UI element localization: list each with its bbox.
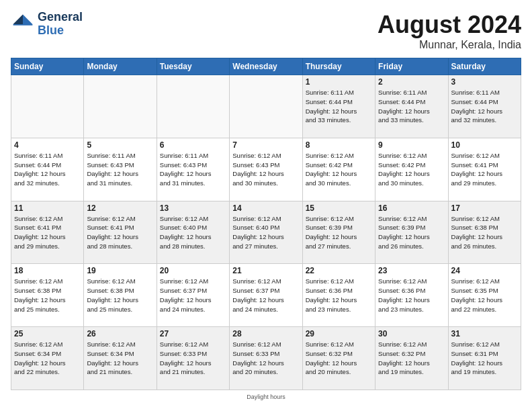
day-info: Sunrise: 6:12 AM Sunset: 6:39 PM Dayligh… [378, 214, 445, 251]
day-number: 8 [306, 140, 372, 150]
day-info: Sunrise: 6:12 AM Sunset: 6:31 PM Dayligh… [451, 340, 518, 377]
day-number: 7 [232, 140, 299, 150]
month-title: August 2024 [378, 11, 521, 39]
day-number: 30 [378, 329, 445, 338]
calendar-cell: 24Sunrise: 6:12 AM Sunset: 6:35 PM Dayli… [448, 264, 521, 327]
day-number: 28 [232, 329, 299, 338]
day-number: 14 [232, 203, 299, 213]
day-number: 2 [378, 77, 445, 87]
day-number: 6 [160, 140, 226, 150]
day-info: Sunrise: 6:12 AM Sunset: 6:35 PM Dayligh… [451, 277, 518, 314]
location: Munnar, Kerala, India [378, 39, 521, 51]
logo-line2: Blue [38, 24, 83, 38]
day-number: 21 [232, 266, 299, 275]
day-number: 9 [378, 140, 445, 150]
calendar-cell [157, 75, 229, 138]
day-number: 13 [160, 203, 226, 213]
day-info: Sunrise: 6:12 AM Sunset: 6:43 PM Dayligh… [232, 151, 299, 188]
day-info: Sunrise: 6:11 AM Sunset: 6:44 PM Dayligh… [378, 88, 445, 125]
svg-marker-1 [13, 14, 23, 24]
day-info: Sunrise: 6:12 AM Sunset: 6:39 PM Dayligh… [306, 214, 372, 251]
day-number: 4 [14, 140, 81, 150]
day-info: Sunrise: 6:11 AM Sunset: 6:43 PM Dayligh… [160, 151, 226, 188]
day-info: Sunrise: 6:12 AM Sunset: 6:42 PM Dayligh… [378, 151, 445, 188]
svg-marker-0 [23, 14, 32, 24]
day-info: Sunrise: 6:11 AM Sunset: 6:44 PM Dayligh… [14, 151, 81, 188]
day-number: 17 [451, 203, 518, 213]
weekday-header: Saturday [448, 58, 521, 75]
calendar-table: SundayMondayTuesdayWednesdayThursdayFrid… [11, 58, 521, 390]
day-info: Sunrise: 6:11 AM Sunset: 6:43 PM Dayligh… [87, 151, 153, 188]
day-number: 20 [160, 266, 226, 275]
calendar-cell: 30Sunrise: 6:12 AM Sunset: 6:32 PM Dayli… [375, 327, 448, 390]
weekday-header: Thursday [302, 58, 375, 75]
day-number: 24 [451, 266, 518, 275]
calendar-cell: 15Sunrise: 6:12 AM Sunset: 6:39 PM Dayli… [302, 201, 375, 264]
day-number: 19 [87, 266, 153, 275]
day-info: Sunrise: 6:11 AM Sunset: 6:44 PM Dayligh… [306, 88, 372, 125]
footer-note: Daylight hours [11, 394, 521, 400]
calendar-cell: 1Sunrise: 6:11 AM Sunset: 6:44 PM Daylig… [302, 75, 375, 138]
day-info: Sunrise: 6:12 AM Sunset: 6:37 PM Dayligh… [232, 277, 299, 314]
day-info: Sunrise: 6:12 AM Sunset: 6:40 PM Dayligh… [232, 214, 299, 251]
calendar-cell: 26Sunrise: 6:12 AM Sunset: 6:34 PM Dayli… [84, 327, 157, 390]
calendar-cell: 13Sunrise: 6:12 AM Sunset: 6:40 PM Dayli… [157, 201, 229, 264]
calendar-cell: 9Sunrise: 6:12 AM Sunset: 6:42 PM Daylig… [375, 138, 448, 201]
day-info: Sunrise: 6:11 AM Sunset: 6:44 PM Dayligh… [451, 88, 518, 125]
day-number: 27 [160, 329, 226, 338]
day-number: 25 [14, 329, 81, 338]
weekday-header: Wednesday [230, 58, 302, 75]
day-info: Sunrise: 6:12 AM Sunset: 6:38 PM Dayligh… [451, 214, 518, 251]
day-info: Sunrise: 6:12 AM Sunset: 6:38 PM Dayligh… [87, 277, 153, 314]
day-number: 23 [378, 266, 445, 275]
logo: General Blue [11, 11, 83, 38]
calendar-cell: 16Sunrise: 6:12 AM Sunset: 6:39 PM Dayli… [375, 201, 448, 264]
day-info: Sunrise: 6:12 AM Sunset: 6:32 PM Dayligh… [378, 340, 445, 377]
day-number: 18 [14, 266, 81, 275]
day-info: Sunrise: 6:12 AM Sunset: 6:36 PM Dayligh… [378, 277, 445, 314]
calendar-cell: 25Sunrise: 6:12 AM Sunset: 6:34 PM Dayli… [11, 327, 84, 390]
calendar-cell: 6Sunrise: 6:11 AM Sunset: 6:43 PM Daylig… [157, 138, 229, 201]
day-info: Sunrise: 6:12 AM Sunset: 6:36 PM Dayligh… [306, 277, 372, 314]
logo-icon [11, 12, 35, 36]
calendar-cell: 22Sunrise: 6:12 AM Sunset: 6:36 PM Dayli… [302, 264, 375, 327]
day-number: 11 [14, 203, 81, 213]
header: General Blue August 2024 Munnar, Kerala,… [11, 11, 521, 51]
calendar-cell: 18Sunrise: 6:12 AM Sunset: 6:38 PM Dayli… [11, 264, 84, 327]
day-number: 26 [87, 329, 153, 338]
day-number: 22 [306, 266, 372, 275]
calendar-cell: 20Sunrise: 6:12 AM Sunset: 6:37 PM Dayli… [157, 264, 229, 327]
day-number: 10 [451, 140, 518, 150]
calendar-cell [11, 75, 84, 138]
day-number: 16 [378, 203, 445, 213]
weekday-header: Tuesday [157, 58, 229, 75]
day-number: 29 [306, 329, 372, 338]
day-number: 1 [306, 77, 372, 87]
day-number: 15 [306, 203, 372, 213]
calendar-cell: 12Sunrise: 6:12 AM Sunset: 6:41 PM Dayli… [84, 201, 157, 264]
page: General Blue August 2024 Munnar, Kerala,… [0, 0, 532, 411]
calendar-cell: 8Sunrise: 6:12 AM Sunset: 6:42 PM Daylig… [302, 138, 375, 201]
day-info: Sunrise: 6:12 AM Sunset: 6:41 PM Dayligh… [451, 151, 518, 188]
calendar-cell: 10Sunrise: 6:12 AM Sunset: 6:41 PM Dayli… [448, 138, 521, 201]
day-info: Sunrise: 6:12 AM Sunset: 6:34 PM Dayligh… [87, 340, 153, 377]
calendar-cell: 23Sunrise: 6:12 AM Sunset: 6:36 PM Dayli… [375, 264, 448, 327]
svg-rect-2 [13, 24, 33, 26]
day-info: Sunrise: 6:12 AM Sunset: 6:37 PM Dayligh… [160, 277, 226, 314]
day-info: Sunrise: 6:12 AM Sunset: 6:33 PM Dayligh… [160, 340, 226, 377]
day-info: Sunrise: 6:12 AM Sunset: 6:33 PM Dayligh… [232, 340, 299, 377]
day-number: 5 [87, 140, 153, 150]
calendar-cell: 29Sunrise: 6:12 AM Sunset: 6:32 PM Dayli… [302, 327, 375, 390]
calendar-cell: 27Sunrise: 6:12 AM Sunset: 6:33 PM Dayli… [157, 327, 229, 390]
day-info: Sunrise: 6:12 AM Sunset: 6:41 PM Dayligh… [14, 214, 81, 251]
calendar-cell: 17Sunrise: 6:12 AM Sunset: 6:38 PM Dayli… [448, 201, 521, 264]
calendar-cell: 4Sunrise: 6:11 AM Sunset: 6:44 PM Daylig… [11, 138, 84, 201]
day-info: Sunrise: 6:12 AM Sunset: 6:38 PM Dayligh… [14, 277, 81, 314]
logo-line1: General [38, 11, 83, 24]
calendar-cell [230, 75, 302, 138]
calendar-cell: 14Sunrise: 6:12 AM Sunset: 6:40 PM Dayli… [230, 201, 302, 264]
day-info: Sunrise: 6:12 AM Sunset: 6:34 PM Dayligh… [14, 340, 81, 377]
weekday-header: Friday [375, 58, 448, 75]
day-info: Sunrise: 6:12 AM Sunset: 6:41 PM Dayligh… [87, 214, 153, 251]
day-info: Sunrise: 6:12 AM Sunset: 6:42 PM Dayligh… [306, 151, 372, 188]
